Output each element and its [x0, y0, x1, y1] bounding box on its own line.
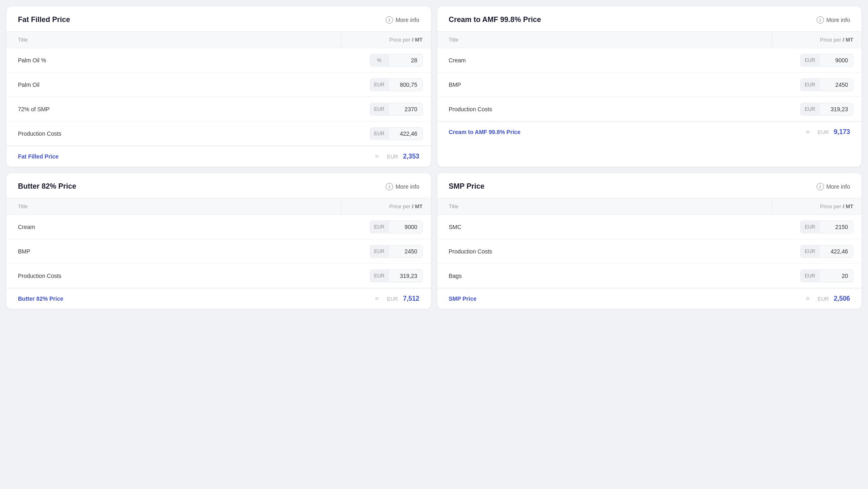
footer-currency-fat-filled-price: EUR [387, 154, 398, 160]
row-value-0: EUR2150 [772, 216, 861, 238]
more-info-label: More info [826, 183, 850, 190]
row-value-3: EUR422,46 [341, 123, 431, 144]
row-value-0: EUR9000 [341, 216, 431, 238]
currency-badge-2: EUR [801, 270, 819, 282]
footer-currency-butter-82-price: EUR [387, 296, 398, 302]
value-input-0[interactable]: EUR9000 [370, 220, 423, 233]
row-title-2: 72% of SMP [7, 100, 341, 118]
card-title-cream-to-amf-price: Cream to AMF 99.8% Price [449, 15, 541, 24]
value-input-1[interactable]: EUR422,46 [800, 245, 853, 258]
row-value-2: EUR2370 [341, 99, 431, 120]
column-title-label: Title [437, 32, 772, 48]
currency-badge-1: EUR [801, 246, 819, 257]
row-title-1: BMP [437, 76, 772, 94]
price-per-label: Price per [389, 37, 412, 43]
currency-badge-1: EUR [801, 79, 819, 90]
price-unit-label: / MT [843, 37, 853, 43]
value-number-2: 319,23 [819, 103, 853, 115]
footer-equals-cream-to-amf-price: = [806, 128, 809, 136]
value-number-1: 2450 [389, 245, 422, 258]
row-title-0: Palm Oil % [7, 51, 341, 69]
column-price-label: Price per / MT [341, 198, 431, 214]
price-unit-label: / MT [412, 203, 423, 209]
column-price-label: Price per / MT [772, 198, 861, 214]
card-header-smp-price: SMP PriceiMore info [437, 173, 862, 198]
more-info-button-cream-to-amf-price[interactable]: iMore info [817, 16, 850, 24]
currency-badge-2: EUR [370, 270, 389, 282]
value-input-2[interactable]: EUR319,23 [370, 269, 423, 282]
value-number-2: 20 [819, 270, 853, 282]
footer-value-fat-filled-price: 2,353 [403, 153, 419, 160]
footer-value-butter-82-price: 7,512 [403, 295, 419, 302]
value-number-1: 422,46 [819, 245, 853, 258]
card-footer-smp-price: SMP Price=EUR2,506 [437, 288, 862, 309]
value-number-1: 800,75 [389, 79, 422, 91]
value-input-2[interactable]: EUR319,23 [800, 103, 853, 116]
card-title-butter-82-price: Butter 82% Price [18, 182, 76, 191]
value-input-2[interactable]: EUR20 [800, 269, 853, 282]
value-number-1: 2450 [819, 79, 853, 91]
row-value-1: EUR2450 [772, 74, 861, 95]
card-header-cream-to-amf-price: Cream to AMF 99.8% PriceiMore info [437, 7, 862, 31]
column-title-label: Title [437, 198, 772, 214]
row-title-0: Cream [437, 51, 772, 69]
value-input-0[interactable]: %28 [370, 54, 423, 67]
table-row-0: CreamEUR9000 [7, 215, 431, 239]
currency-badge-2: EUR [801, 104, 819, 115]
card-smp-price: SMP PriceiMore infoTitlePrice per / MTSM… [437, 173, 862, 309]
row-title-1: BMP [7, 242, 341, 260]
row-value-2: EUR319,23 [341, 265, 431, 286]
currency-badge-0: EUR [801, 55, 819, 66]
value-input-0[interactable]: EUR9000 [800, 54, 853, 67]
table-header-fat-filled-price: TitlePrice per / MT [7, 31, 431, 48]
column-title-label: Title [7, 32, 341, 48]
table-row-1: Palm OilEUR800,75 [7, 73, 431, 97]
more-info-label: More info [395, 183, 419, 190]
column-title-label: Title [7, 198, 341, 214]
value-input-1[interactable]: EUR2450 [370, 245, 423, 258]
currency-badge-1: EUR [370, 246, 389, 257]
value-number-0: 9000 [819, 54, 853, 66]
row-title-2: Production Costs [7, 267, 341, 285]
row-value-1: EUR800,75 [341, 74, 431, 95]
value-number-0: 2150 [819, 221, 853, 233]
row-title-2: Production Costs [437, 100, 772, 118]
currency-badge-1: EUR [370, 79, 389, 90]
footer-title-butter-82-price: Butter 82% Price [18, 295, 375, 302]
footer-currency-smp-price: EUR [818, 296, 829, 302]
footer-equals-smp-price: = [806, 295, 809, 302]
card-footer-cream-to-amf-price: Cream to AMF 99.8% Price=EUR9,173 [437, 121, 862, 142]
more-info-button-fat-filled-price[interactable]: iMore info [386, 16, 419, 24]
more-info-button-butter-82-price[interactable]: iMore info [386, 183, 419, 190]
price-per-label: Price per [820, 203, 843, 209]
card-butter-82-price: Butter 82% PriceiMore infoTitlePrice per… [7, 173, 431, 309]
more-info-button-smp-price[interactable]: iMore info [817, 183, 850, 190]
card-fat-filled-price: Fat Filled PriceiMore infoTitlePrice per… [7, 7, 431, 167]
more-info-label: More info [826, 17, 850, 23]
row-title-0: Cream [7, 218, 341, 236]
value-input-2[interactable]: EUR2370 [370, 103, 423, 116]
value-input-0[interactable]: EUR2150 [800, 220, 853, 233]
currency-badge-3: EUR [370, 128, 389, 139]
footer-title-smp-price: SMP Price [449, 295, 806, 302]
value-input-1[interactable]: EUR800,75 [370, 78, 423, 91]
price-unit-label: / MT [843, 203, 853, 209]
footer-equals-butter-82-price: = [375, 295, 379, 302]
value-number-3: 422,46 [389, 128, 422, 140]
price-cards-grid: Fat Filled PriceiMore infoTitlePrice per… [7, 7, 861, 309]
currency-badge-0: EUR [801, 221, 819, 233]
card-header-fat-filled-price: Fat Filled PriceiMore info [7, 7, 431, 31]
value-input-3[interactable]: EUR422,46 [370, 127, 423, 140]
currency-badge-0: EUR [370, 221, 389, 233]
column-price-label: Price per / MT [772, 32, 861, 48]
value-input-1[interactable]: EUR2450 [800, 78, 853, 91]
table-header-butter-82-price: TitlePrice per / MT [7, 198, 431, 215]
row-title-0: SMC [437, 218, 772, 236]
table-header-smp-price: TitlePrice per / MT [437, 198, 862, 215]
card-footer-fat-filled-price: Fat Filled Price=EUR2,353 [7, 146, 431, 167]
currency-badge-2: EUR [370, 104, 389, 115]
footer-equals-fat-filled-price: = [375, 153, 379, 160]
info-icon: i [817, 16, 824, 24]
info-icon: i [386, 183, 393, 190]
row-value-1: EUR422,46 [772, 241, 861, 262]
